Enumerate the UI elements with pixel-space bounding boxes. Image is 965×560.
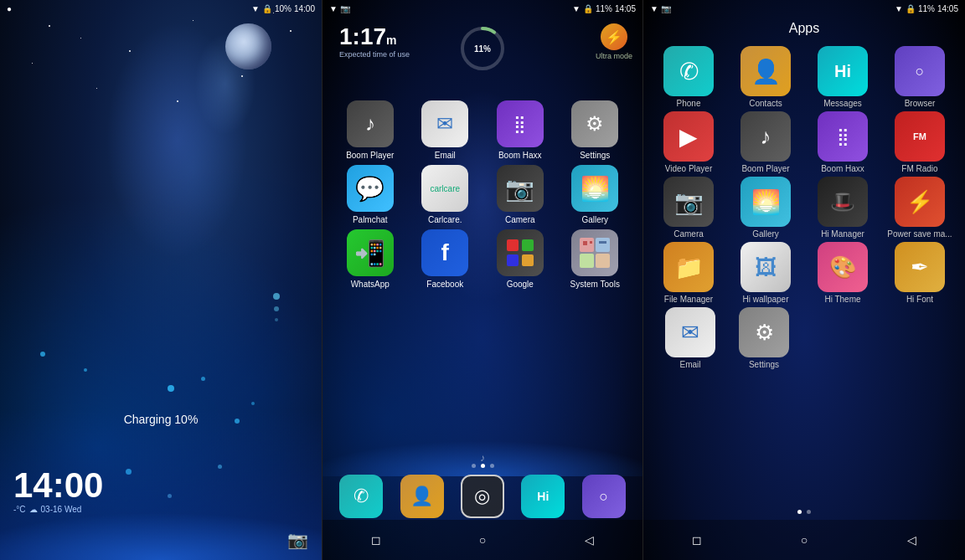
time-status: 14:05 [615,4,636,13]
lock-icon: 🔒 [262,4,272,13]
app-gallery[interactable]: 🌅 Gallery [565,165,625,224]
date: 03-16 Wed [41,505,82,514]
app-gallery[interactable]: 🌅 Gallery [732,177,799,239]
dot-2 [274,306,279,311]
time-status: 14:00 [294,4,315,13]
app-hitheme[interactable]: 🎨 Hi Theme [809,242,876,304]
google-icon [497,229,544,276]
app-messages[interactable]: Hi Messages [809,46,876,108]
dot-1 [273,293,280,300]
status-bar: ▼ 📷 ▼ 🔒 11% 14:05 [323,0,642,17]
settings-label: Settings [580,151,610,160]
app-powersave[interactable]: ⚡ Power save ma... [886,177,953,239]
svg-rect-3 [522,239,534,251]
app-boomhaxx[interactable]: ⣿ Boom Haxx [809,111,876,173]
dock: ✆ 👤 ◎ Hi ○ [323,475,642,518]
app-boom-player[interactable]: ♪ Boom Player [340,100,400,160]
appdrawer-panel: ▼ 📷 ▼ 🔒 11% 14:05 Apps ✆ Phone 👤 Contact… [643,0,965,560]
app-browser[interactable]: ○ Browser [886,46,953,108]
contacts-label: Contacts [749,99,782,108]
dock-target[interactable]: ◎ [461,475,504,518]
page-dot-3[interactable] [490,464,494,468]
camera-status-icon: 📷 [661,4,671,13]
boomhaxx-icon: ⣿ [818,111,868,162]
battery-pct: 11% [918,4,935,13]
app-boomhaxx[interactable]: ⣿ Boom Haxx [490,100,550,160]
stars-decoration [0,0,322,251]
nav-recent[interactable]: ◁ [577,528,601,552]
app-filemanager[interactable]: 📁 File Manager [655,242,722,304]
ultra-icon: ⚡ [601,23,627,50]
page-dot-1[interactable] [797,510,802,514]
charging-status: Charging 10% [124,413,199,426]
page-dot-1[interactable] [472,464,476,468]
dock-phone[interactable]: ✆ [339,475,383,518]
nav-back[interactable]: ◻ [685,528,709,552]
dock-hi[interactable]: Hi [521,475,565,518]
lock-icon: 🔒 [906,4,916,13]
fmradio-label: FM Radio [901,164,937,173]
apps-row-4: 📁 File Manager 🖼 Hi wallpaper 🎨 Hi Theme… [650,242,958,304]
camera-icon: 📷 [497,165,544,212]
dock-contacts[interactable]: 👤 [400,475,444,518]
google-label: Google [507,280,534,289]
apps-grid: ✆ Phone 👤 Contacts Hi Messages ○ Browser… [650,46,958,372]
powersave-label: Power save ma... [887,229,952,239]
systemtools-icon [571,229,618,276]
app-hifont[interactable]: ✒ Hi Font [886,242,953,304]
app-palmchat[interactable]: 💬 Palmchat [340,165,400,224]
gallery-icon: 🌅 [741,177,791,227]
page-title: Apps [643,21,965,36]
nav-bar: ◻ ○ ◁ [643,520,965,560]
battery-circle: 11% [457,23,508,74]
settings-icon: ⚙ [739,307,789,357]
app-boomplayer[interactable]: ♪ Boom Player [732,111,799,173]
svg-rect-2 [507,239,519,251]
nav-recent[interactable]: ◁ [900,528,923,552]
status-right: ▼ 🔒 11% 14:05 [895,4,958,13]
signal-icon: ▼ [895,4,903,13]
camera-shortcut[interactable]: 📷 [287,530,308,550]
status-left: ● [7,4,12,13]
nav-home[interactable]: ○ [471,528,494,552]
app-facebook[interactable]: f Facebook [415,229,475,289]
app-whatsapp[interactable]: 📲 WhatsApp [340,229,400,289]
app-himanager[interactable]: 🎩 Hi Manager [809,177,876,239]
time-big: 14:00 [13,468,103,503]
nav-home[interactable]: ○ [792,528,816,552]
app-settings[interactable]: ⚙ Settings [565,100,625,160]
email-label: Email [679,360,700,369]
app-fmradio[interactable]: FM FM Radio [886,111,953,173]
app-email[interactable]: ✉ Email [657,307,724,369]
camera-icon: 📷 [340,4,350,13]
app-camera[interactable]: 📷 Camera [490,165,550,224]
phone-label: Phone [677,99,701,108]
page-dots [643,510,965,514]
app-videoplayer[interactable]: ▶ Video Player [655,111,722,173]
app-settings[interactable]: ⚙ Settings [730,307,797,369]
app-hiwallpaper[interactable]: 🖼 Hi wallpaper [732,242,799,304]
page-dot-2[interactable] [807,510,811,514]
app-systemtools[interactable]: System Tools [565,229,625,289]
app-contacts[interactable]: 👤 Contacts [732,46,799,108]
whatsapp-label: WhatsApp [351,280,390,289]
app-email[interactable]: ✉ Email [415,100,475,160]
facebook-label: Facebook [426,280,463,289]
settings-icon: ⚙ [571,100,618,147]
accent-dot [40,352,45,357]
ultra-mode-widget[interactable]: ⚡ Ultra mode [596,23,632,60]
accent-dot [84,368,87,372]
page-dot-2[interactable] [481,464,485,468]
app-phone[interactable]: ✆ Phone [655,46,722,108]
app-google[interactable]: Google [490,229,550,289]
apps-row-5: ✉ Email ⚙ Settings [650,307,958,369]
nav-back[interactable]: ◻ [364,528,388,552]
app-camera[interactable]: 📷 Camera [655,177,722,239]
signal-icon: ▼ [251,4,260,13]
app-carlcare[interactable]: carlcare Carlcare. [415,165,475,224]
svg-rect-12 [599,241,606,244]
boomplayer-icon: ♪ [741,111,791,162]
dock-browser[interactable]: ○ [582,475,626,518]
boomhaxx-label: Boom Haxx [498,151,542,160]
contacts-icon: 👤 [741,46,791,96]
